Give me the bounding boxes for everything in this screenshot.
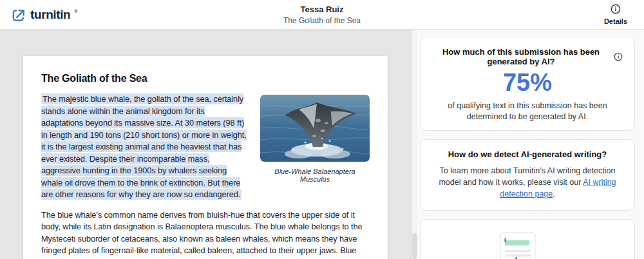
ai-detection-body: To learn more about Turnitin’s AI writin… <box>432 165 623 200</box>
ai-score-value: 75% <box>432 70 623 97</box>
turnitin-arrow-icon <box>12 8 26 23</box>
turnitin-logo[interactable]: turnitin ® <box>12 0 77 30</box>
submission-info: Tessa Ruiz The Goliath of the Sea <box>283 5 361 25</box>
document-page: The Goliath of the Sea <box>23 56 388 259</box>
details-button[interactable]: Details <box>604 4 627 25</box>
ai-score-card: How much of this submission has been gen… <box>420 37 635 131</box>
author-name: Tessa Ruiz <box>283 5 361 14</box>
logo-trademark: ® <box>74 9 77 14</box>
document-scrollbar-thumb[interactable] <box>412 233 417 259</box>
info-icon <box>611 4 621 14</box>
ai-detection-title: How do we detect AI-generated writing? <box>432 149 623 159</box>
logo-wordmark: turnitin <box>30 8 70 22</box>
document-scrollbar-track[interactable] <box>412 30 417 259</box>
document-figure: Blue-Whale Balaenaptera Musculus <box>260 95 370 183</box>
details-label: Details <box>604 17 627 25</box>
image-caption: Blue-Whale Balaenaptera Musculus <box>260 168 370 183</box>
document-title: The Goliath of the Sea <box>41 73 370 84</box>
document-panel: The Goliath of the Sea <box>0 30 417 259</box>
ai-score-description: of qualifying text in this submission ha… <box>432 101 623 122</box>
ai-score-question: How much of this submission has been gen… <box>432 47 610 66</box>
detection-body-period: . <box>553 189 554 198</box>
ai-detection-card: How do we detect AI-generated writing? T… <box>420 139 635 211</box>
ai-illustration-card <box>420 219 635 259</box>
info-icon[interactable] <box>614 52 623 61</box>
main-area: The Goliath of the Sea <box>0 30 644 259</box>
ai-writing-panel: How much of this submission has been gen… <box>417 30 644 259</box>
ai-score-header: How much of this submission has been gen… <box>432 47 623 66</box>
ai-highlighted-text-1[interactable]: The majestic blue whale, the goliath of … <box>41 93 247 200</box>
submission-title: The Goliath of the Sea <box>283 16 361 25</box>
paragraph-2: The blue whale's common name derives fro… <box>41 209 370 259</box>
top-header: turnitin ® Tessa Ruiz The Goliath of the… <box>0 0 644 30</box>
document-ai-analysis-illustration <box>497 230 558 259</box>
whale-tail-photo <box>260 95 370 162</box>
